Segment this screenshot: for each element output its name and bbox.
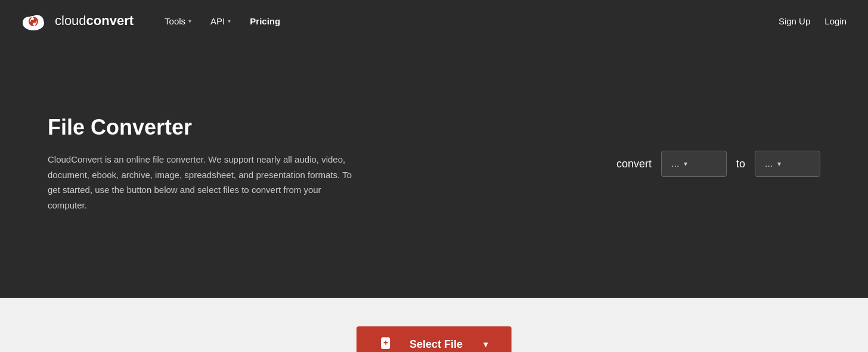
to-format-chevron-icon: ▾	[777, 160, 781, 168]
nav-tools[interactable]: Tools ▾	[157, 11, 199, 31]
file-plus-icon	[380, 337, 393, 351]
tools-chevron-icon: ▾	[188, 18, 191, 24]
nav-pricing[interactable]: Pricing	[243, 11, 287, 31]
to-format-value: ...	[765, 158, 773, 169]
main-nav: Tools ▾ API ▾ Pricing	[157, 11, 776, 31]
hero-section: File Converter CloudConvert is an online…	[0, 42, 868, 298]
header-auth: Sign Up Login	[776, 11, 849, 31]
api-chevron-icon: ▾	[228, 18, 231, 24]
nav-api[interactable]: API ▾	[203, 11, 238, 31]
logo-text: cloudconvert	[55, 13, 134, 29]
from-format-value: ...	[671, 158, 679, 169]
to-label: to	[736, 158, 745, 170]
login-button[interactable]: Login	[822, 11, 849, 31]
hero-description: CloudConvert is an online file converter…	[48, 152, 358, 213]
from-format-chevron-icon: ▾	[684, 160, 687, 168]
from-format-select[interactable]: ... ▾	[661, 151, 727, 177]
hero-title: File Converter	[48, 115, 358, 140]
bottom-section: Select File ▾	[0, 298, 868, 352]
select-file-button[interactable]: Select File ▾	[356, 326, 512, 352]
to-format-select[interactable]: ... ▾	[755, 151, 820, 177]
signup-button[interactable]: Sign Up	[776, 11, 813, 31]
header: cloudconvert Tools ▾ API ▾ Pricing Sign …	[0, 0, 868, 42]
logo-link[interactable]: cloudconvert	[19, 7, 134, 35]
select-file-label: Select File	[401, 338, 472, 351]
logo-icon	[19, 7, 48, 35]
convert-label: convert	[616, 158, 652, 170]
hero-content: File Converter CloudConvert is an online…	[48, 115, 358, 213]
select-file-chevron-icon: ▾	[483, 339, 488, 349]
converter-controls: convert ... ▾ to ... ▾	[616, 151, 820, 177]
